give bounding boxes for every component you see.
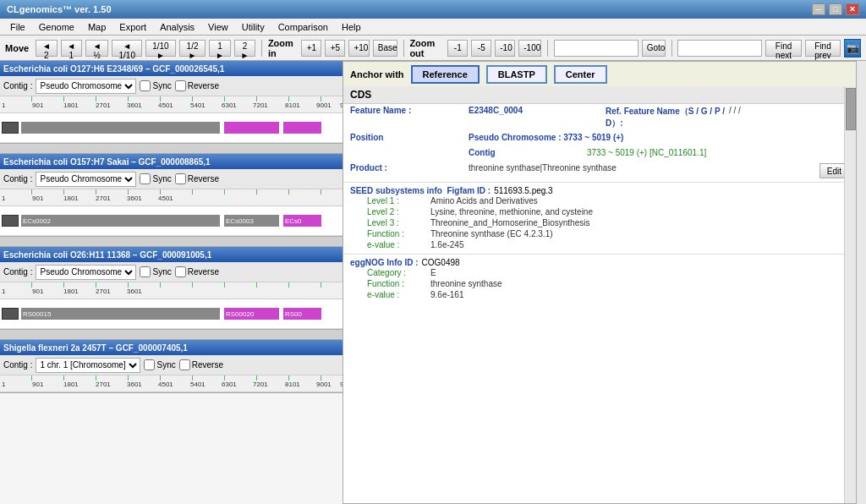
tick2-1801: 1801 [63,194,79,202]
maximize-button[interactable]: □ [829,3,842,15]
move-fwd2[interactable]: 2 ► [234,40,255,57]
move-back2[interactable]: ◄ 2 [36,40,57,57]
anchor-blastp-button[interactable]: BLASTP [486,65,547,84]
gene-label-3b: RS00020 [224,310,255,318]
tick4-1: 1 [2,381,5,388]
zoom-in-10[interactable]: +10 [348,40,369,57]
menu-comparison[interactable]: Comparison [271,20,335,34]
contig-select-4[interactable]: 1 chr. 1 [Chromosome] [36,358,140,373]
info-scrollbar[interactable] [844,86,856,503]
eggnod-header-row: eggNOG Info ID : COG0498 [350,258,849,267]
contig-select-1[interactable]: Pseudo Chromosome [36,79,136,94]
gene-box-1b[interactable] [224,122,279,134]
reverse-checkbox-3[interactable] [175,266,186,277]
tick4-4501: 4501 [158,381,173,388]
eggnod-evalue: e-value : 9.6e-161 [350,289,849,300]
menu-utility[interactable]: Utility [235,20,271,34]
gene-box-2c[interactable]: ECs0 [283,215,321,227]
move-back-tenth[interactable]: ◄ 1/10 [112,40,142,57]
goto-input[interactable] [554,40,639,57]
zoom-in-1[interactable]: +1 [301,40,321,57]
menu-help[interactable]: Help [335,20,368,34]
contig-label: Contig [469,148,587,157]
gene-box-1a[interactable] [21,122,220,134]
menu-export[interactable]: Export [112,20,153,34]
divider-1 [343,182,856,183]
move-fwd1[interactable]: 1 ► [209,40,230,57]
eggnod-function-key: Function : [367,279,430,288]
menu-view[interactable]: View [201,20,235,34]
anchor-center-button[interactable]: Center [554,65,607,84]
contig-label-2: Contig : [3,174,32,184]
screenshot-button[interactable]: 📷 [844,39,861,58]
anchor-reference-button[interactable]: Reference [411,65,480,84]
reverse-label-1: Reverse [175,80,219,91]
tick2-3601: 3601 [127,194,142,202]
menu-analysis[interactable]: Analysis [153,20,201,34]
ref-feature-label: Ref. Feature Name（S / G / P / D）: [606,106,726,129]
tick-5401: 5401 [190,101,206,109]
move-fwd-half[interactable]: 1/2 ► [179,40,206,57]
gene-label-2a: ECs0002 [21,217,52,225]
reverse-checkbox-2[interactable] [175,173,186,184]
tick-2701: 2701 [96,101,111,109]
move-fwd-tenth[interactable]: 1/10 ► [145,40,176,57]
reverse-checkbox-4[interactable] [179,359,190,370]
move-back-half[interactable]: ◄ ½ [85,40,108,57]
sync-checkbox-4[interactable] [144,359,155,370]
contig-select-3[interactable]: Pseudo Chromosome [36,265,136,280]
gene-box-3b[interactable]: RS00020 [224,308,279,320]
gene-box-2b[interactable]: ECs0003 [224,215,279,227]
menu-file[interactable]: File [3,20,32,34]
zoom-base[interactable]: Base [373,40,397,57]
close-button[interactable]: ✕ [846,3,859,15]
sync-label-2: Sync [140,173,171,184]
zoom-out-1[interactable]: -1 [447,40,468,57]
reverse-label-4: Reverse [179,359,223,370]
seed-evalue-key: e-value : [367,240,430,249]
zoom-in-5[interactable]: +5 [325,40,345,57]
position-row: Position Pseudo Chromosome : 3733 ~ 5019… [343,131,856,146]
find-prev-button[interactable]: Find prev [805,40,841,57]
sync-checkbox-3[interactable] [140,266,151,277]
separator1 [261,40,262,57]
goto-button[interactable]: Goto [642,40,666,57]
move-label: Move [5,43,29,53]
eggnod-function-val: threonine synthase [430,279,502,288]
zoom-out-10[interactable]: -10 [495,40,515,57]
seed-evalue: e-value : 1.6e-245 [350,239,849,250]
tick-8101: 8101 [285,101,300,109]
track-3-title: Escherichia coli O26:H11 11368 – GCF_000… [3,250,211,260]
find-next-button[interactable]: Find next [765,40,801,57]
tick-1: 1 [2,101,5,109]
tick-4501: 4501 [158,101,173,109]
info-overlay: Anchor with Reference BLASTP Center CDS … [343,61,857,504]
gene-box-3a[interactable]: RS00015 [21,308,220,320]
gene-box-1c[interactable] [283,122,321,134]
tick4-3601: 3601 [127,381,142,388]
zoom-out-5[interactable]: -5 [471,40,491,57]
menu-map[interactable]: Map [81,20,112,34]
gene-box-3c[interactable]: RS00 [283,308,321,320]
gene-marker-1a [2,122,19,134]
tick3-3601: 3601 [127,288,142,295]
seed-level-2-val: Lysine, threonine, methionine, and cyste… [430,207,593,216]
sync-checkbox-2[interactable] [140,173,151,184]
tick3-1801: 1801 [63,288,79,295]
ref-feature-val: / / / [729,106,849,115]
reverse-checkbox-1[interactable] [175,80,186,91]
search-input[interactable] [677,40,762,57]
zoom-out-100[interactable]: -100 [518,40,541,57]
menu-genome[interactable]: Genome [32,20,81,34]
info-scrollbar-thumb[interactable] [846,88,856,130]
info-panel-title: CDS [343,86,856,104]
tick-901: 901 [32,101,43,109]
move-back1[interactable]: ◄ 1 [61,40,82,57]
sync-checkbox-1[interactable] [140,80,151,91]
minimize-button[interactable]: ─ [812,3,825,15]
gene-box-2a[interactable]: ECs0002 [21,215,220,227]
tick-9001: 9001 [316,101,332,109]
contig-select-2[interactable]: Pseudo Chromosome [36,172,136,187]
eggnod-category-key: Category : [367,268,430,277]
tick4-8101: 8101 [285,381,300,388]
